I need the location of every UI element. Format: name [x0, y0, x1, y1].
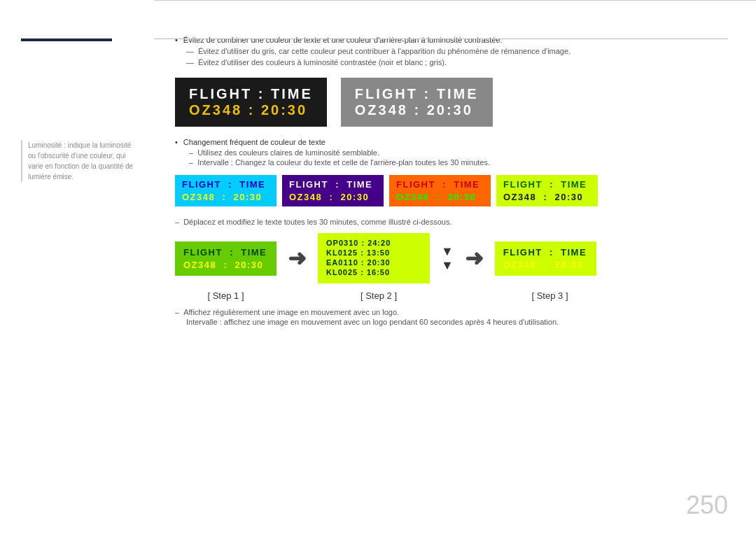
step3-card: FLIGHT : TIME OZ348 : 20:30 — [495, 241, 596, 276]
step3-r2: OZ348 : 20:30 — [503, 260, 588, 270]
card-gray-row1: FLIGHT : TIME — [355, 86, 479, 102]
card-cyan-r2: OZ348 : 20:30 — [182, 192, 270, 202]
main-cards-row: FLIGHT : TIME OZ348 : 20:30 FLIGHT : TIM… — [175, 78, 728, 127]
steps-section: Déplacez et modifiez le texte toutes les… — [175, 218, 728, 301]
step1-card: FLIGHT : TIME OZ348 : 20:30 — [175, 241, 276, 276]
page-number: 250 — [686, 491, 728, 520]
top-bullets: Évitez de combiner une couleur de texte … — [175, 36, 728, 66]
card-dark: FLIGHT : TIME OZ348 : 20:30 — [175, 78, 327, 127]
step2-r2: KL0125 : 13:50 — [326, 248, 421, 257]
arrow-right-1: ➜ — [288, 245, 307, 272]
card-orange-r1: FLIGHT : TIME — [396, 179, 484, 190]
dash-2: Évitez d'utiliser des couleurs à luminos… — [175, 58, 728, 66]
step3-label: [ Step 3 ] — [499, 290, 601, 301]
color-cards-row: FLIGHT : TIME OZ348 : 20:30 FLIGHT : TIM… — [175, 175, 728, 206]
sub-dash-2: Intervalle : Changez la couleur du texte… — [175, 158, 728, 167]
card-cyan-r1: FLIGHT : TIME — [182, 179, 270, 190]
step1-label: [ Step 1 ] — [175, 290, 276, 301]
arrow-down-group: ▼ ▼ — [441, 245, 454, 272]
main-content: Évitez de combiner une couleur de texte … — [154, 0, 756, 534]
bottom-note-2: Intervalle : affichez une image en mouve… — [175, 318, 728, 326]
step2-r1: OP0310 : 24:20 — [326, 239, 421, 247]
card-dark-row2: OZ348 : 20:30 — [189, 102, 313, 118]
card-dark-row1: FLIGHT : TIME — [189, 86, 313, 102]
arrow-right-2: ➜ — [465, 245, 484, 272]
card-purple-r2: OZ348 : 20:30 — [289, 192, 377, 202]
step2-label: [ Step 2 ] — [323, 290, 435, 301]
bottom-dash-1: Affichez régulièrement une image en mouv… — [175, 308, 728, 316]
card-orange: FLIGHT : TIME OZ348 : 20:30 — [389, 175, 491, 206]
arrow-down-2: ▼ — [441, 259, 454, 272]
top-divider — [154, 38, 728, 39]
change-bullet: Changement fréquent de couleur de texte — [175, 138, 728, 146]
step2-r4: KL0025 : 16:50 — [326, 268, 421, 276]
card-cyan: FLIGHT : TIME OZ348 : 20:30 — [175, 175, 276, 206]
bottom-note: Affichez régulièrement une image en mouv… — [175, 308, 728, 326]
step2-r3: EA0110 : 20:30 — [326, 258, 421, 267]
card-yellow: FLIGHT : TIME OZ348 : 20:30 — [496, 175, 598, 206]
dash-1: Évitez d'utiliser du gris, car cette cou… — [175, 47, 728, 55]
sidebar: Luminosité : indique la luminosité ou l'… — [0, 0, 154, 534]
card-orange-r2: OZ348 : 20:30 — [396, 192, 484, 202]
card-gray: FLIGHT : TIME OZ348 : 20:30 — [341, 78, 493, 127]
step1-r2: OZ348 : 20:30 — [183, 260, 268, 270]
card-purple-r1: FLIGHT : TIME — [289, 179, 377, 190]
card-yellow-r1: FLIGHT : TIME — [503, 179, 591, 190]
steps-row: FLIGHT : TIME OZ348 : 20:30 ➜ OP0310 : 2… — [175, 233, 728, 283]
card-gray-row2: OZ348 : 20:30 — [355, 102, 479, 118]
step2-card: OP0310 : 24:20 KL0125 : 13:50 EA0110 : 2… — [318, 233, 430, 283]
color-section: Changement fréquent de couleur de texte … — [175, 138, 728, 167]
arrow-down-1: ▼ — [441, 245, 454, 258]
bullet-1: Évitez de combiner une couleur de texte … — [175, 36, 728, 44]
card-purple: FLIGHT : TIME OZ348 : 20:30 — [282, 175, 384, 206]
step-labels-row: [ Step 1 ] [ Step 2 ] [ Step 3 ] — [175, 290, 728, 301]
sidebar-bar — [21, 38, 112, 41]
step3-r1: FLIGHT : TIME — [503, 247, 588, 258]
sidebar-note: Luminosité : indique la luminosité ou l'… — [21, 140, 140, 182]
step1-r1: FLIGHT : TIME — [183, 247, 268, 258]
move-dash: Déplacez et modifiez le texte toutes les… — [175, 218, 728, 226]
sub-dash-1: Utilisez des couleurs claires de luminos… — [175, 148, 728, 157]
card-yellow-r2: OZ348 : 20:30 — [503, 192, 591, 202]
